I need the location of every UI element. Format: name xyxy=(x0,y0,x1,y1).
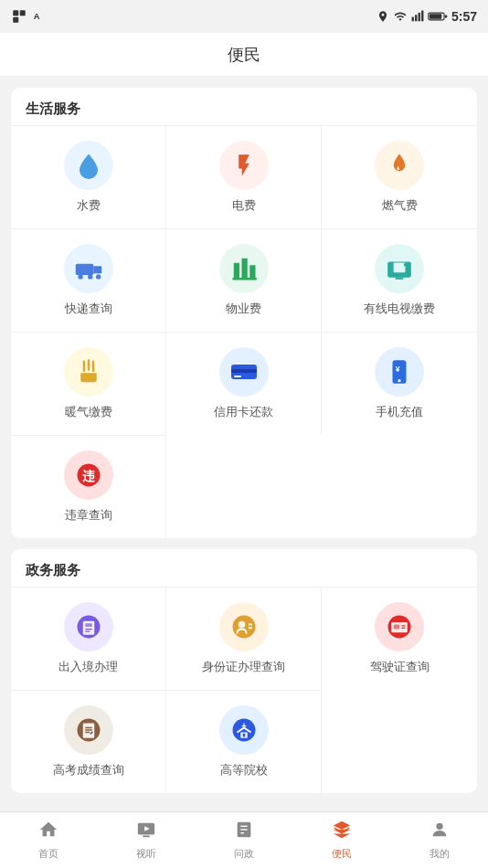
service-express[interactable]: 快递查询 xyxy=(11,228,166,332)
svg-rect-4 xyxy=(412,17,414,22)
express-icon-bg xyxy=(64,244,113,293)
gov-services-grid: 出入境办理 身份证办理查询 xyxy=(11,587,477,793)
credit-icon-bg xyxy=(219,347,269,397)
svg-rect-36 xyxy=(82,621,94,635)
heating-icon xyxy=(75,358,102,386)
svg-rect-19 xyxy=(232,278,256,281)
svg-rect-23 xyxy=(396,278,404,280)
heating-icon-bg xyxy=(64,347,113,397)
a-icon: A xyxy=(31,9,46,24)
exam-icon xyxy=(75,716,102,744)
nav-mine-label: 我的 xyxy=(430,847,450,861)
service-license[interactable]: 驾驶证查询 xyxy=(322,587,477,690)
college-label: 高等院校 xyxy=(220,762,268,778)
border-icon-bg xyxy=(64,602,113,651)
service-property[interactable]: 物业费 xyxy=(166,228,322,332)
mine-icon xyxy=(430,820,450,845)
svg-rect-2 xyxy=(13,17,18,23)
status-bar: A 5:57 xyxy=(0,0,488,33)
id-icon xyxy=(230,613,258,640)
license-label: 驾驶证查询 xyxy=(370,659,430,675)
status-time: 5:57 xyxy=(451,9,477,24)
svg-rect-5 xyxy=(415,15,417,21)
home-icon xyxy=(38,820,58,845)
service-violation[interactable]: 违 违章查询 xyxy=(11,435,166,538)
mobile-icon-bg: ¥ xyxy=(375,347,424,397)
service-mobile[interactable]: ¥ 手机充值 xyxy=(322,332,477,435)
svg-point-22 xyxy=(404,263,407,266)
service-border[interactable]: 出入境办理 xyxy=(11,587,166,690)
svg-rect-56 xyxy=(242,734,245,737)
life-services-title: 生活服务 xyxy=(11,88,477,125)
id-label: 身份证办理查询 xyxy=(202,659,285,675)
main-content: 生活服务 水费 电费 燃气费 xyxy=(0,77,488,811)
svg-rect-28 xyxy=(231,369,257,373)
page-title: 便民 xyxy=(228,44,260,66)
nav-policy-label: 问政 xyxy=(234,847,254,861)
college-icon xyxy=(230,716,258,744)
service-exam[interactable]: 高考成绩查询 xyxy=(11,690,166,793)
svg-rect-58 xyxy=(243,724,244,727)
nav-home[interactable]: 首页 xyxy=(0,820,98,861)
gas-icon xyxy=(386,152,413,179)
credit-icon xyxy=(229,360,259,384)
wifi-icon xyxy=(393,10,408,23)
header: 便民 xyxy=(0,33,488,77)
mobile-label: 手机充值 xyxy=(376,404,423,420)
nav-media[interactable]: 视听 xyxy=(98,820,196,861)
svg-rect-1 xyxy=(20,10,26,16)
policy-icon xyxy=(234,820,254,845)
heating-label: 暖气缴费 xyxy=(65,404,112,420)
express-icon xyxy=(74,257,103,281)
media-icon xyxy=(136,820,156,845)
svg-rect-16 xyxy=(233,263,239,280)
border-icon xyxy=(75,613,102,640)
service-heating[interactable]: 暖气缴费 xyxy=(11,332,166,435)
svg-rect-46 xyxy=(394,625,399,630)
license-icon-bg xyxy=(375,602,424,651)
nav-service-label: 便民 xyxy=(332,847,352,861)
violation-icon-bg: 违 xyxy=(64,450,113,500)
svg-text:A: A xyxy=(34,12,40,21)
property-icon-bg xyxy=(219,244,269,293)
svg-rect-61 xyxy=(143,835,150,837)
violation-label: 违章查询 xyxy=(65,507,112,524)
mobile-icon: ¥ xyxy=(387,358,412,386)
nav-home-label: 首页 xyxy=(38,847,58,861)
property-icon xyxy=(230,255,258,282)
nav-service[interactable]: 便民 xyxy=(292,820,390,861)
status-left-icons: A xyxy=(11,8,46,25)
location-icon xyxy=(377,10,389,23)
nav-policy[interactable]: 问政 xyxy=(196,820,293,861)
signal-icon xyxy=(411,10,424,23)
service-water[interactable]: 水费 xyxy=(11,125,166,228)
property-label: 物业费 xyxy=(226,301,261,317)
service-college[interactable]: 高等院校 xyxy=(166,690,322,793)
status-right-icons: 5:57 xyxy=(377,9,477,24)
water-label: 水费 xyxy=(77,197,101,214)
nav-mine[interactable]: 我的 xyxy=(390,820,488,861)
svg-point-14 xyxy=(88,274,92,279)
life-services-grid: 水费 电费 燃气费 快递查询 xyxy=(11,125,477,538)
svg-rect-18 xyxy=(249,265,255,279)
svg-point-15 xyxy=(96,274,101,279)
svg-point-31 xyxy=(398,379,400,382)
svg-rect-12 xyxy=(93,266,101,273)
svg-rect-17 xyxy=(241,259,247,280)
service-credit[interactable]: 信用卡还款 xyxy=(166,332,322,435)
electric-icon xyxy=(231,153,257,178)
svg-rect-37 xyxy=(85,623,92,627)
credit-label: 信用卡还款 xyxy=(214,404,273,420)
water-icon xyxy=(75,152,102,179)
license-icon xyxy=(386,613,413,640)
svg-point-13 xyxy=(78,274,82,279)
gov-services-section: 政务服务 出入境办理 xyxy=(11,549,477,793)
exam-label: 高考成绩查询 xyxy=(53,762,124,778)
service-cable[interactable]: 有线电视缴费 xyxy=(322,228,477,332)
service-id[interactable]: 身份证办理查询 xyxy=(166,587,322,690)
exam-icon-bg xyxy=(64,705,113,755)
service-electric[interactable]: 电费 xyxy=(166,125,322,228)
college-icon-bg xyxy=(219,705,269,755)
svg-rect-7 xyxy=(421,11,423,22)
service-gas[interactable]: 燃气费 xyxy=(322,125,477,228)
